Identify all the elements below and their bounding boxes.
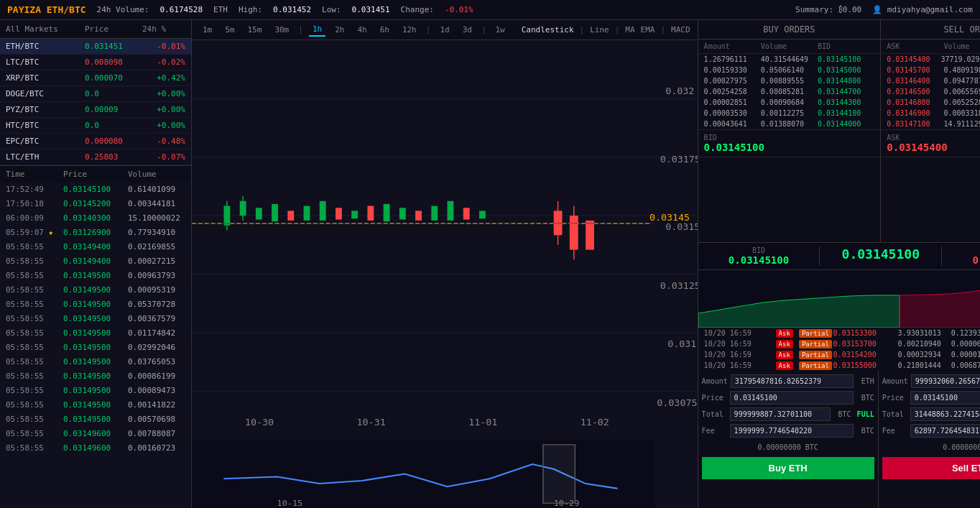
brand-logo: PAYIZA ETH/BTC (7, 4, 86, 15)
chart-type-ma[interactable]: MA (625, 25, 634, 34)
svg-text:0.031: 0.031 (667, 339, 696, 349)
market-row-ltc-eth[interactable]: LTC/ETH 0.25803 -0.07% (0, 149, 191, 165)
market-row-doge-btc[interactable]: DOGE/BTC 0.0 +0.00% (0, 86, 191, 102)
sell-fee-label: Fee (882, 427, 907, 435)
tf-2h[interactable]: 2h (331, 24, 348, 36)
trade-price: 0.03149500 (63, 371, 128, 381)
svg-rect-33 (415, 211, 422, 221)
market-row-xrp-btc[interactable]: XRP/BTC 0.000070 +0.42% (0, 70, 191, 86)
sell-order-row[interactable]: 0.03147100 14.91112970 0.46926816 (881, 119, 980, 129)
sell-order-row[interactable]: 0.03145700 0.48091980 0.01512829 (881, 65, 980, 75)
chart-toolbar: 1m 5m 15m 30m | 1h 2h 4h 6h 12h | 1d 3d … (192, 20, 698, 40)
market-change: +0.00% (142, 89, 185, 98)
svg-rect-35 (448, 201, 454, 221)
sell-orders: SELL ORDERS ASK Volume Amount 0.03145400… (881, 20, 980, 242)
buy-price-input[interactable] (730, 391, 854, 405)
sell-button[interactable]: Sell ETH (882, 457, 980, 479)
buy-order-row[interactable]: 0.00003530 0.00112275 0.03144100 (698, 108, 881, 119)
tf-6h[interactable]: 6h (376, 24, 393, 36)
tf-15m[interactable]: 15m (244, 24, 266, 36)
market-row-epc-btc[interactable]: EPC/BTC 0.000080 -0.48% (0, 134, 191, 149)
order-ask: 0.03146500 (887, 88, 943, 96)
tf-5m[interactable]: 5m (221, 24, 238, 36)
svg-rect-25 (287, 211, 294, 221)
buy-total-tag: FULL (857, 410, 874, 418)
market-row-ltc-btc[interactable]: LTC/BTC 0.008098 -0.02% (0, 55, 191, 70)
trade-time: 05:58:55 (6, 371, 63, 381)
tf-3d[interactable]: 3d (459, 24, 476, 36)
chart-type-line[interactable]: Line (590, 25, 609, 34)
sell-amount-input[interactable] (911, 374, 980, 388)
sell-total-input[interactable] (910, 407, 980, 421)
market-name: ETH/BTC (6, 42, 85, 51)
order-volume: 0.08085281 (761, 88, 818, 96)
mid-ask-section: 0.03145100 (820, 246, 941, 266)
tf-1m[interactable]: 1m (199, 24, 216, 36)
trade-time: 17:52:49 (6, 185, 63, 194)
trade-time: 05:58:55 (6, 386, 63, 395)
order-volume: 0.00112275 (761, 109, 818, 117)
buy-order-row[interactable]: 0.00159330 0.05066140 0.03145000 (698, 65, 881, 75)
rt-tag: Partial (799, 361, 832, 370)
buy-button[interactable]: Buy ETH (702, 457, 874, 479)
market-row-pyz-btc[interactable]: PYZ/BTC 0.00009 +0.00% (0, 102, 191, 118)
tf-30m[interactable]: 30m (271, 24, 292, 36)
sell-order-row[interactable]: 0.03146400 0.09477872 0.00298212 (881, 75, 980, 86)
volume-value: 0.6174528 (160, 5, 203, 14)
buy-order-row[interactable]: 0.00027975 0.00889555 0.03144800 (698, 75, 881, 86)
trade-time: 05:58:55 (6, 242, 63, 251)
order-volume: 0.00033183 (944, 109, 981, 117)
rt-amount: 0.00001039 (951, 351, 980, 359)
market-change: +0.00% (142, 105, 185, 114)
sell-order-row[interactable]: 0.03146900 0.00033183 0.00001044 (881, 108, 980, 119)
market-row-htc-btc[interactable]: HTC/BTC 0.0 +0.00% (0, 118, 191, 134)
sell-order-row[interactable]: 0.03145400 37719.02909816 1186.41434125 (881, 54, 980, 65)
trade-price: 0.03149500 (63, 386, 128, 395)
trade-volume: 0.00027215 (128, 257, 185, 266)
tf-12h[interactable]: 12h (399, 24, 420, 36)
svg-text:0.03075: 0.03075 (657, 397, 697, 407)
sell-order-row[interactable]: 0.03146500 0.00655697 0.00020632 (881, 86, 980, 97)
order-ask: 0.03146400 (887, 77, 943, 85)
trade-price: 0.03149500 (63, 300, 128, 309)
buy-order-row[interactable]: 0.00254258 0.08085281 0.03144700 (698, 86, 881, 97)
svg-rect-42 (586, 221, 594, 250)
order-volume: 37719.02909816 (940, 55, 980, 63)
chart-type-macd[interactable]: MACD (671, 25, 690, 34)
order-bid: 0.03145000 (818, 66, 874, 74)
buy-fee-input[interactable] (730, 424, 854, 438)
trade-time: 05:58:55 (6, 415, 63, 424)
trade-row: 17:52:49 0.03145100 0.61401099 (0, 183, 191, 197)
buy-balance: 0.00000000 BTC (702, 440, 874, 454)
depth-chart (698, 270, 980, 328)
trade-time: 05:58:55 (6, 314, 63, 323)
sell-balance: 0.00000000 ET (882, 440, 980, 454)
buy-form: Amount ETH Price BTC Total BTC FULL Fee (698, 371, 879, 508)
tf-1h[interactable]: 1h (309, 23, 325, 37)
order-ask: 0.03145400 (887, 55, 940, 63)
buy-orders: BUY ORDERS Amount Volume BID 1.26796111 … (698, 20, 882, 242)
buy-order-row[interactable]: 0.00043641 0.01388070 0.03144000 (698, 119, 881, 129)
chart-type-ema[interactable]: EMA (641, 25, 655, 34)
chart-type-candlestick[interactable]: Candlestick (522, 25, 574, 34)
rt-type: Ask (776, 329, 793, 338)
sell-order-row[interactable]: 0.03146800 0.00525283 0.00016530 (881, 97, 980, 108)
recent-trade-row: 10/20 16:59 Ask Partial 0.03153700 0.002… (698, 338, 980, 349)
buy-order-row[interactable]: 1.26796111 40.31544649 0.03145100 (698, 54, 881, 65)
trade-volume: 0.02169855 (128, 242, 185, 251)
sell-price-input[interactable] (910, 391, 980, 405)
buy-col-bid: BID (818, 42, 874, 50)
buy-total-input[interactable] (730, 407, 831, 421)
tf-1w[interactable]: 1w (492, 24, 509, 36)
buy-order-row[interactable]: 0.00002851 0.00090684 0.03144300 (698, 97, 881, 108)
user-account[interactable]: mdiyahya@gmail.com (872, 5, 973, 14)
trade-volume: 0.00788087 (128, 429, 185, 438)
buy-amount-input[interactable] (731, 374, 854, 388)
market-row-eth-btc[interactable]: ETH/BTC 0.031451 -0.01% (0, 39, 191, 55)
trade-time: 05:58:55 (6, 285, 63, 295)
svg-rect-53 (192, 440, 655, 508)
trade-time: 05:58:55 (6, 328, 63, 338)
tf-1d[interactable]: 1d (436, 24, 453, 36)
sell-fee-input[interactable] (910, 424, 980, 438)
tf-4h[interactable]: 4h (353, 24, 370, 36)
